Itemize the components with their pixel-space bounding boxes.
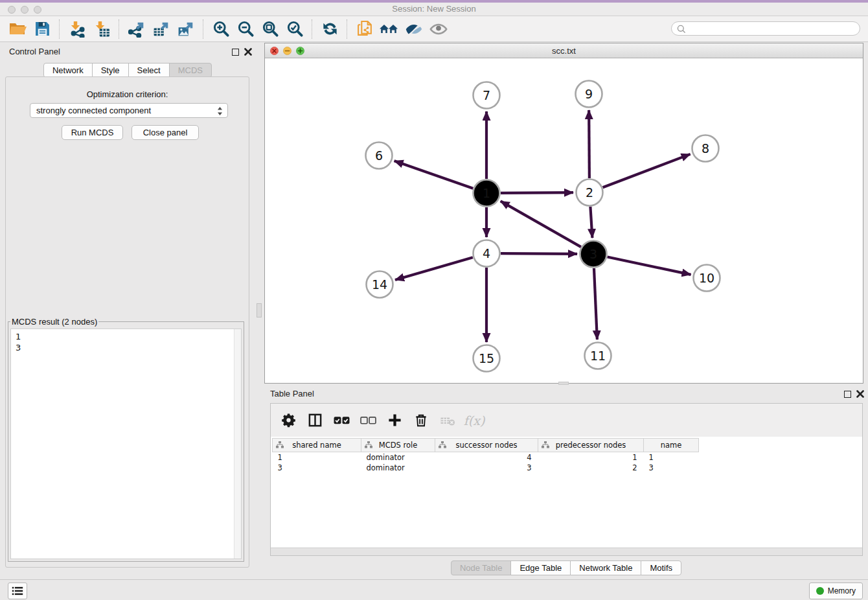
column-header-successor-nodes[interactable]: successor nodes (435, 439, 538, 452)
zoom-out-icon[interactable] (233, 19, 258, 40)
tab-node-table[interactable]: Node Table (451, 560, 512, 575)
toolbar-separator (347, 19, 348, 39)
column-header-shared-name[interactable]: shared name (273, 439, 361, 452)
node-label-3: 3 (589, 247, 597, 261)
cell-name[interactable]: 3 (644, 463, 699, 473)
table-panel-title: Table Panel (270, 389, 314, 398)
close-panel-icon[interactable] (244, 48, 252, 56)
open-session-icon[interactable] (5, 19, 30, 40)
node-label-1: 1 (483, 186, 490, 200)
toolbar-separator (59, 19, 60, 39)
edge-2-3[interactable] (590, 207, 592, 238)
node-label-7: 7 (483, 88, 490, 102)
cell-name[interactable]: 1 (644, 452, 699, 463)
cell-mcds-role[interactable]: dominator (361, 452, 435, 463)
delete-columns-icon[interactable] (413, 412, 429, 429)
memory-button[interactable]: Memory (809, 583, 863, 599)
column-header-predecessor-nodes[interactable]: predecessor nodes (538, 439, 644, 452)
export-table-icon[interactable] (149, 19, 174, 40)
application-window: Session: New Session Control Panel Netwo… (0, 0, 868, 600)
control-panel-title: Control Panel (9, 47, 60, 56)
column-header-name[interactable]: name (644, 439, 699, 452)
node-label-6: 6 (375, 148, 383, 163)
table-horizontal-scrollbar[interactable] (271, 548, 862, 555)
node-label-9: 9 (585, 87, 593, 101)
refresh-icon[interactable] (317, 19, 342, 40)
node-label-15: 15 (479, 351, 494, 365)
edge-4-14[interactable] (395, 257, 473, 280)
export-image-icon[interactable] (174, 19, 198, 40)
cell-successor-nodes[interactable]: 3 (435, 463, 538, 473)
ndex-import-icon[interactable] (352, 19, 377, 40)
edge-3-1[interactable] (501, 201, 581, 247)
edge-4-3[interactable] (501, 253, 577, 254)
window-title: Session: New Session (0, 4, 868, 14)
tab-network-table[interactable]: Network Table (570, 560, 641, 575)
save-session-icon[interactable] (30, 19, 54, 40)
table-row: 1dominator411 (273, 452, 699, 463)
table-tabs: Node TableEdge TableNetwork TableMotifs (264, 560, 868, 575)
ndex-home-icon[interactable] (377, 19, 402, 40)
column-header-mcds-role[interactable]: MCDS role (361, 439, 435, 452)
show-all-icon[interactable] (426, 19, 451, 40)
cell-mcds-role[interactable]: dominator (361, 463, 435, 473)
edge-3-10[interactable] (608, 257, 691, 275)
node-table-container: f(x) shared nameMCDS rolesuccessor nodes… (270, 403, 863, 556)
network-canvas[interactable]: 7968124314101511 (265, 58, 863, 383)
columns-icon[interactable] (306, 412, 323, 429)
zoom-fit-icon[interactable] (258, 19, 282, 40)
result-scrollbar[interactable] (234, 329, 241, 559)
criterion-select[interactable]: strongly connected component (30, 103, 228, 118)
select-all-icon[interactable] (333, 412, 350, 429)
close-panel-button[interactable]: Close panel (131, 125, 199, 140)
export-network-icon[interactable] (124, 19, 149, 40)
settings-gear-icon[interactable] (280, 412, 297, 429)
network-window-titlebar[interactable]: scc.txt (265, 43, 863, 58)
tab-mcds[interactable]: MCDS (169, 63, 212, 78)
search-box (671, 21, 860, 36)
hide-selected-icon[interactable] (402, 19, 426, 40)
optimization-label: Optimization criterion: (6, 89, 249, 99)
close-table-panel-icon[interactable] (856, 390, 864, 398)
zoom-in-icon[interactable] (209, 19, 233, 40)
tab-edge-table[interactable]: Edge Table (510, 560, 571, 575)
function-builder-icon: f(x) (466, 412, 483, 429)
cell-successor-nodes[interactable]: 4 (435, 452, 538, 463)
cell-predecessor-nodes[interactable]: 1 (538, 452, 644, 463)
tab-network[interactable]: Network (43, 63, 93, 78)
add-column-icon[interactable] (386, 412, 403, 429)
edge-1-6[interactable] (394, 161, 474, 188)
select-stepper-icon (217, 106, 223, 120)
edge-2-9[interactable] (589, 110, 589, 178)
control-panel-tabs: NetworkStyleSelectMCDS (0, 63, 255, 78)
edge-1-2[interactable] (501, 192, 573, 193)
delete-table-icon (439, 412, 456, 429)
status-bar: Memory (0, 579, 868, 600)
node-label-8: 8 (702, 141, 709, 156)
vertical-splitter-handle[interactable] (257, 303, 262, 317)
run-mcds-button[interactable]: Run MCDS (62, 125, 123, 140)
import-network-icon[interactable] (65, 19, 89, 40)
node-label-11: 11 (590, 349, 606, 363)
cell-shared-name[interactable]: 3 (273, 463, 361, 473)
import-table-icon[interactable] (89, 19, 114, 40)
memory-label: Memory (828, 586, 856, 595)
float-table-panel-icon[interactable] (844, 391, 851, 398)
tab-select[interactable]: Select (128, 63, 170, 78)
edge-2-8[interactable] (603, 154, 691, 187)
cell-shared-name[interactable]: 1 (273, 452, 361, 463)
node-label-4: 4 (483, 246, 490, 260)
toolbar-separator (119, 19, 120, 39)
search-icon (676, 24, 687, 34)
tab-motifs[interactable]: Motifs (641, 560, 681, 575)
task-history-button[interactable] (8, 583, 27, 599)
edge-3-11[interactable] (594, 268, 597, 340)
mcds-result-title: MCDS result (2 nodes) (10, 317, 98, 327)
tab-style[interactable]: Style (92, 63, 129, 78)
search-input[interactable] (689, 23, 856, 36)
deselect-all-icon[interactable] (360, 412, 376, 429)
float-panel-icon[interactable] (232, 49, 239, 56)
cell-predecessor-nodes[interactable]: 2 (538, 463, 644, 473)
control-panel: Control Panel NetworkStyleSelectMCDS Opt… (0, 43, 255, 579)
zoom-selected-icon[interactable] (282, 19, 307, 40)
